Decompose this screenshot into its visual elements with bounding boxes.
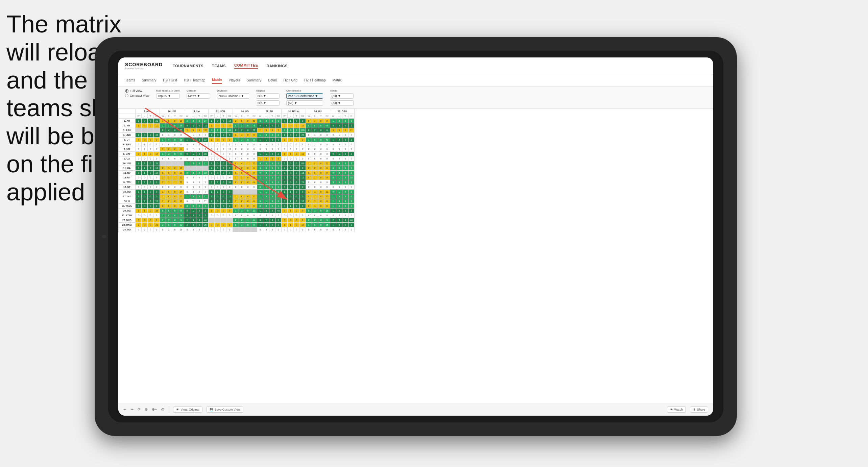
matrix-cell: 10 bbox=[178, 194, 184, 199]
zoom-in-icon[interactable]: ⊕+ bbox=[152, 407, 157, 412]
full-view-radio[interactable] bbox=[125, 89, 128, 93]
nav-tournaments[interactable]: TOURNAMENTS bbox=[173, 64, 203, 68]
matrix-cell: 1 bbox=[209, 138, 215, 142]
table-row: 11. UA0101001010100000003000400000000000 bbox=[119, 166, 355, 171]
team-select-2[interactable]: (All) ▼ bbox=[330, 100, 354, 106]
matrix-cell: 0 bbox=[136, 199, 142, 204]
full-view-option[interactable]: Full View bbox=[125, 89, 149, 93]
sub-nav-players-heatmap[interactable]: H2H Heatmap bbox=[304, 77, 326, 83]
matrix-cell: W bbox=[154, 161, 160, 166]
matrix-cell: 1 bbox=[209, 190, 215, 194]
matrix-cell: 0 bbox=[348, 133, 355, 138]
nav-rankings[interactable]: RANKINGS bbox=[266, 64, 288, 68]
matrix-cell: 0 bbox=[154, 147, 160, 152]
redo-icon[interactable]: ↪ bbox=[130, 407, 134, 412]
sub-nav-teams[interactable]: Teams bbox=[125, 77, 135, 83]
matrix-cell: 2 bbox=[233, 119, 239, 123]
matrix-cell: 0 bbox=[172, 208, 178, 213]
sub-nav-h2h-heatmap[interactable]: H2H Heatmap bbox=[184, 77, 205, 83]
matrix-cell: 0 bbox=[160, 208, 166, 213]
sub-nav-h2h-grid[interactable]: H2H Grid bbox=[163, 77, 177, 83]
region-select-2[interactable]: N/A ▼ bbox=[256, 100, 280, 106]
matrix-cell: 0 bbox=[312, 180, 318, 185]
matrix-cell: 0 bbox=[148, 119, 154, 123]
matrix-cell: 0 bbox=[318, 156, 324, 161]
uu-dif: Dif bbox=[324, 114, 330, 119]
matrix-cell: 0 bbox=[257, 119, 263, 123]
matrix-cell: 0 bbox=[142, 204, 148, 208]
conference-select-2[interactable]: (All) ▼ bbox=[286, 100, 323, 106]
matrix-cell: 0 bbox=[318, 138, 324, 142]
matrix-cell: 0 bbox=[196, 171, 202, 175]
matrix-cell: 1 bbox=[282, 133, 288, 138]
matrix-cell: 0 bbox=[190, 223, 196, 227]
sub-nav-players-h2h-grid[interactable]: H2H Grid bbox=[283, 77, 297, 83]
matrix-cell: 0 bbox=[330, 227, 336, 232]
matrix-cell: 48 bbox=[275, 208, 282, 213]
view-original-btn[interactable]: 👁 View: Original bbox=[173, 407, 202, 413]
matrix-cell: 0 bbox=[154, 175, 160, 180]
matrix-cell: 0 bbox=[318, 128, 324, 133]
matrix-content[interactable]: 3. ASU 10. UW 11. UA 22. UCB 24. UO bbox=[118, 109, 713, 403]
matrix-cell: 0 bbox=[190, 175, 196, 180]
matrix-cell: 1 bbox=[312, 208, 318, 213]
matrix-cell: 0 bbox=[209, 171, 215, 175]
su-w: W bbox=[257, 114, 263, 119]
table-row: 17. GIT100010010100111001110011100000000… bbox=[119, 194, 355, 199]
nav-committee[interactable]: COMMITTEE bbox=[234, 63, 258, 69]
matrix-cell: 0 bbox=[312, 156, 318, 161]
team-select[interactable]: (All) ▼ bbox=[330, 93, 354, 99]
matrix-cell: 3 bbox=[336, 218, 342, 223]
matrix-cell: 0 bbox=[330, 213, 336, 218]
gender-select[interactable]: Men's ▼ bbox=[187, 93, 210, 99]
matrix-cell: 18 bbox=[300, 223, 306, 227]
undo-icon[interactable]: ↩ bbox=[123, 407, 126, 412]
matrix-cell: 0 bbox=[209, 142, 215, 147]
matrix-cell: 0 bbox=[282, 194, 288, 199]
row-label: 12. UV bbox=[119, 171, 136, 175]
sub-nav-matrix[interactable]: Matrix bbox=[212, 77, 222, 84]
matrix-scroll[interactable]: 3. ASU 10. UW 11. UA 22. UCB 24. UO bbox=[118, 109, 713, 403]
division-select[interactable]: NCAA Division I ▼ bbox=[217, 93, 249, 99]
sub-nav-players-summary[interactable]: Summary bbox=[247, 77, 261, 83]
conference-select[interactable]: Pac-12 Conference ▼ bbox=[286, 93, 323, 99]
matrix-cell: 0 bbox=[172, 190, 178, 194]
watch-btn[interactable]: 👁 Watch bbox=[667, 407, 686, 413]
zoom-icon[interactable]: ⊕ bbox=[145, 407, 148, 412]
compact-view-option[interactable]: Compact View bbox=[125, 94, 149, 97]
matrix-cell: 0 bbox=[324, 142, 330, 147]
sub-nav-players-matrix[interactable]: Matrix bbox=[333, 77, 342, 83]
matrix-cell: 0 bbox=[166, 194, 172, 199]
sub-nav-detail[interactable]: Detail bbox=[268, 77, 277, 83]
matrix-cell: 0 bbox=[294, 204, 300, 208]
matrix-cell: 1 bbox=[209, 194, 215, 199]
timer-icon[interactable]: ⏱ bbox=[161, 408, 165, 412]
matrix-cell: 1 bbox=[209, 119, 215, 123]
matrix-cell: 0 bbox=[282, 208, 288, 213]
matrix-cell: 29 bbox=[300, 133, 306, 138]
share-btn[interactable]: ⬆ Share bbox=[690, 407, 708, 413]
matrix-cell: 0 bbox=[166, 156, 172, 161]
sub-nav-players[interactable]: Players bbox=[229, 77, 240, 83]
matrix-cell: 11 bbox=[227, 194, 233, 199]
matrix-cell: 11 bbox=[348, 128, 355, 133]
save-custom-btn[interactable]: 💾 Save Custom View bbox=[207, 407, 243, 413]
max-teams-select[interactable]: Top 25 ▼ bbox=[156, 93, 180, 99]
matrix-cell bbox=[196, 166, 202, 171]
matrix-cell: 0 bbox=[215, 208, 221, 213]
matrix-cell: 0 bbox=[196, 147, 202, 152]
matrix-cell: 0 bbox=[288, 123, 294, 128]
compact-view-radio[interactable] bbox=[125, 94, 128, 97]
matrix-cell: 0 bbox=[263, 227, 269, 232]
table-row: 2. VU120121208020-1510010020-80000000250… bbox=[119, 123, 355, 128]
matrix-cell: 0 bbox=[233, 218, 239, 223]
matrix-cell: 0 bbox=[294, 199, 300, 204]
matrix-cell: 0 bbox=[300, 142, 306, 147]
region-select[interactable]: N/A ▼ bbox=[256, 93, 280, 99]
nav-teams[interactable]: TEAMS bbox=[212, 64, 226, 68]
col-uo: 24. UO bbox=[233, 109, 257, 114]
ucla-dif: Dif bbox=[300, 114, 306, 119]
row-label: 9. UA bbox=[119, 156, 136, 161]
sub-nav-summary[interactable]: Summary bbox=[142, 77, 156, 83]
refresh-icon[interactable]: ⟳ bbox=[138, 407, 141, 412]
